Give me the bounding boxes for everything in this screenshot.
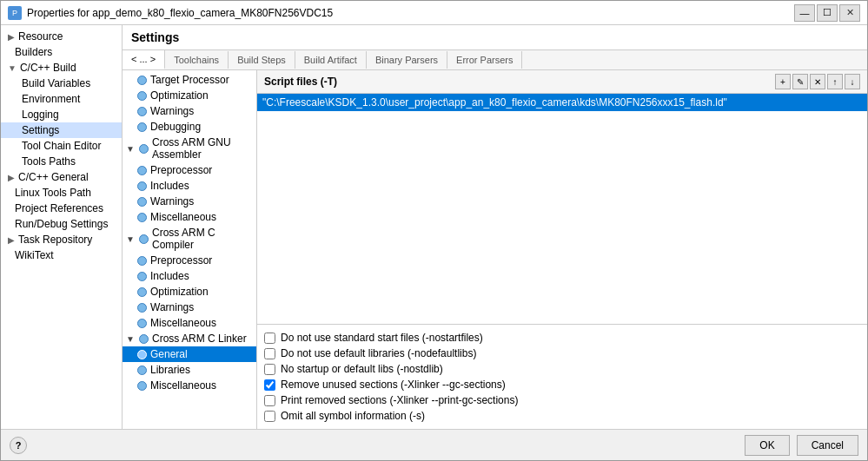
tree-item-warnings[interactable]: Warnings — [123, 103, 256, 119]
script-down-button[interactable]: ↓ — [845, 74, 860, 89]
left-item-ccgeneral[interactable]: ▶C/C++ General — [1, 169, 122, 185]
left-item-buildvars[interactable]: Build Variables — [1, 76, 122, 91]
left-item-wikitext[interactable]: WikiText — [1, 247, 122, 263]
tree-item-asm-includes[interactable]: Includes — [123, 178, 256, 194]
tab-bar: < ... >ToolchainsBuild StepsBuild Artifa… — [123, 50, 867, 70]
tab-buildartifact[interactable]: Build Artifact — [295, 51, 367, 69]
checkbox-omitsymbol[interactable] — [264, 411, 275, 422]
tab-binaryparsers[interactable]: Binary Parsers — [367, 51, 447, 69]
tree-item-linker-general[interactable]: General — [123, 346, 256, 362]
script-up-button[interactable]: ↑ — [827, 74, 843, 89]
tree-item-gnuassembler[interactable]: ▼Cross ARM GNU Assembler — [123, 135, 256, 162]
minimize-button[interactable]: — — [794, 4, 815, 22]
cancel-button[interactable]: Cancel — [797, 435, 858, 456]
left-item-toolchain[interactable]: Tool Chain Editor — [1, 138, 122, 154]
settings-icon — [138, 234, 149, 245]
close-button[interactable]: ✕ — [839, 4, 860, 22]
checkbox-nostdlib[interactable] — [264, 364, 275, 375]
content-area: Target ProcessorOptimizationWarningsDebu… — [123, 70, 867, 429]
checkbox-row-nostdlib: No startup or default libs (-nostdlib) — [264, 361, 860, 377]
settings-icon — [136, 302, 148, 313]
svg-point-9 — [140, 234, 149, 243]
tree-item-label: Target Processor — [150, 74, 229, 86]
tree-item-c-misc[interactable]: Miscellaneous — [123, 315, 256, 331]
script-add-button[interactable]: + — [775, 74, 791, 89]
svg-point-3 — [138, 122, 147, 131]
left-item-resource[interactable]: ▶Resource — [1, 29, 122, 44]
tree-item-targetprocessor[interactable]: Target Processor — [123, 72, 256, 88]
left-item-settings[interactable]: Settings — [1, 122, 122, 138]
checkbox-label-gcsections[interactable]: Remove unused sections (-Xlinker --gc-se… — [281, 379, 506, 391]
left-item-ccbuild[interactable]: ▼C/C++ Build — [1, 60, 122, 76]
tree-item-c-preprocessor[interactable]: Preprocessor — [123, 253, 256, 268]
tab-toolchains[interactable]: Toolchains — [165, 51, 229, 69]
checkbox-label-nostdlib[interactable]: No startup or default libs (-nostdlib) — [281, 363, 443, 375]
tab-buildsteps[interactable]: Build Steps — [229, 51, 295, 69]
tab-errorparsers[interactable]: Error Parsers — [447, 51, 522, 69]
left-item-builders[interactable]: Builders — [1, 44, 122, 60]
checkbox-gcsections[interactable] — [264, 379, 275, 391]
checkbox-row-nodefaultlibs: Do not use default libraries (-nodefault… — [264, 346, 860, 361]
arrow-icon: ▶ — [8, 32, 15, 42]
left-item-toolspaths[interactable]: Tools Paths — [1, 154, 122, 169]
settings-icon — [136, 365, 148, 376]
tree-item-label: Cross ARM C Linker — [152, 333, 247, 345]
checkbox-label-omitsymbol[interactable]: Omit all symbol information (-s) — [281, 410, 425, 422]
settings-icon — [138, 333, 149, 345]
left-item-environment[interactable]: Environment — [1, 91, 122, 107]
script-delete-button[interactable]: ✕ — [810, 74, 825, 89]
svg-point-1 — [138, 91, 147, 100]
arrow-icon: ▶ — [8, 173, 15, 182]
svg-point-0 — [138, 76, 147, 84]
settings-icon — [136, 106, 148, 117]
checkbox-printgcsections[interactable] — [264, 395, 275, 406]
script-edit-button[interactable]: ✎ — [792, 74, 808, 89]
svg-point-6 — [138, 181, 147, 190]
settings-icon — [136, 255, 148, 267]
checkbox-nostartfiles[interactable] — [264, 333, 275, 344]
left-item-taskrepo[interactable]: ▶Task Repository — [1, 232, 122, 247]
svg-point-10 — [138, 256, 147, 265]
maximize-button[interactable]: ☐ — [817, 4, 838, 22]
checkbox-label-printgcsections[interactable]: Print removed sections (-Xlinker --print… — [281, 394, 518, 406]
tree-item-clinker[interactable]: ▼Cross ARM C Linker — [123, 331, 256, 346]
tree-item-linker-misc[interactable]: Miscellaneous — [123, 378, 256, 393]
tree-item-label: Includes — [150, 180, 189, 192]
checkbox-label-nodefaultlibs[interactable]: Do not use default libraries (-nodefault… — [281, 347, 476, 359]
left-item-label: Tools Paths — [22, 155, 76, 168]
svg-point-7 — [138, 197, 147, 206]
checkbox-nodefaultlibs[interactable] — [264, 348, 275, 359]
script-item[interactable]: "C:\Freescale\KSDK_1.3.0\user_project\ap… — [257, 94, 867, 111]
ok-button[interactable]: OK — [745, 435, 789, 456]
tree-item-label: Warnings — [150, 195, 194, 207]
svg-point-4 — [140, 144, 149, 153]
tree-item-optimization[interactable]: Optimization — [123, 88, 256, 103]
tree-item-linker-libraries[interactable]: Libraries — [123, 362, 256, 378]
tree-item-ccompiler[interactable]: ▼Cross ARM C Compiler — [123, 225, 256, 253]
tree-item-asm-misc[interactable]: Miscellaneous — [123, 209, 256, 225]
tree-item-c-includes[interactable]: Includes — [123, 268, 256, 284]
settings-icon — [136, 271, 148, 282]
left-item-projectrefs[interactable]: Project References — [1, 201, 122, 216]
settings-header: Settings — [123, 25, 867, 50]
tree-item-label: General — [150, 348, 188, 360]
tree-item-asm-preprocessor[interactable]: Preprocessor — [123, 162, 256, 178]
script-header: Script files (-T) + ✎ ✕ ↑ ↓ — [257, 70, 867, 94]
left-item-rundbgsettings[interactable]: Run/Debug Settings — [1, 216, 122, 232]
left-item-logging[interactable]: Logging — [1, 107, 122, 122]
help-button[interactable]: ? — [10, 437, 27, 454]
checkbox-label-nostartfiles[interactable]: Do not use standard start files (-nostar… — [281, 332, 483, 344]
expand-icon: ▼ — [126, 234, 136, 244]
tree-item-c-optimization[interactable]: Optimization — [123, 284, 256, 300]
tree-item-asm-warnings[interactable]: Warnings — [123, 194, 256, 209]
tree-item-debugging[interactable]: Debugging — [123, 119, 256, 135]
tree-item-c-warnings[interactable]: Warnings — [123, 300, 256, 315]
script-toolbar: + ✎ ✕ ↑ ↓ — [775, 74, 860, 89]
svg-point-11 — [138, 272, 147, 280]
tab-breadcrumb[interactable]: < ... > — [123, 50, 165, 69]
script-label: Script files (-T) — [264, 76, 337, 88]
svg-point-12 — [138, 287, 147, 296]
settings-icon — [136, 196, 148, 207]
left-item-linuxtools[interactable]: Linux Tools Path — [1, 185, 122, 201]
svg-point-16 — [138, 350, 147, 359]
